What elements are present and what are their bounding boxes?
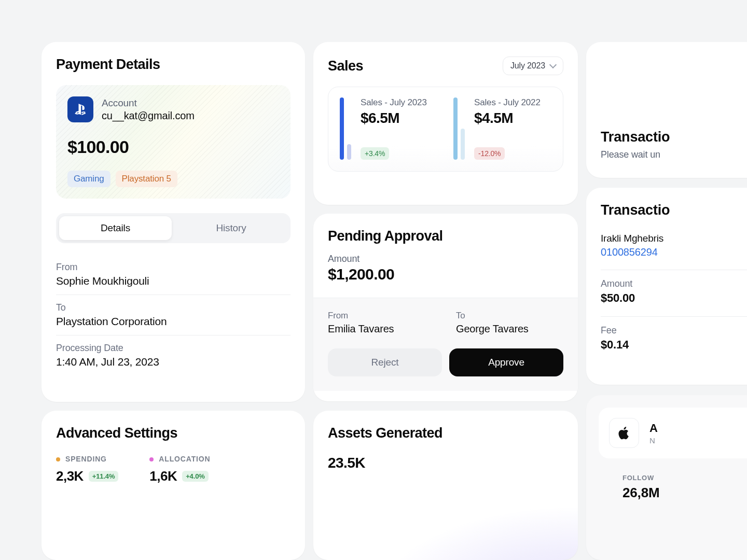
edge1-title: Transactio xyxy=(601,129,747,145)
from-value: Sophie Moukhigouli xyxy=(56,275,290,287)
delta-badge-up: +3.4% xyxy=(361,147,389,160)
amount-value: $50.00 xyxy=(601,291,747,305)
advanced-settings-card: Advanced Settings SPENDING 2,3K +11.4% A… xyxy=(42,411,305,560)
edge2-title: Transactio xyxy=(601,202,747,218)
sales-metric-2022: Sales - July 2022 $4.5M -12.0% xyxy=(453,97,551,160)
payment-amount: $100.00 xyxy=(67,137,279,157)
bar-chart-2022 xyxy=(453,97,465,160)
allocation-label: ALLOCATION xyxy=(159,455,210,463)
sales-title: Sales xyxy=(328,58,363,74)
metric-value: $6.5M xyxy=(361,110,427,127)
metric-label: Sales - July 2023 xyxy=(361,97,427,108)
spending-metric: SPENDING 2,3K +11.4% xyxy=(56,455,118,484)
pending-to-value: George Tavares xyxy=(456,323,563,335)
period-label: July 2023 xyxy=(510,61,545,71)
sales-metrics-box: Sales - July 2023 $6.5M +3.4% Sales - Ju… xyxy=(328,87,563,172)
tab-details[interactable]: Details xyxy=(59,216,172,240)
transaction-loading-card: Transactio Please wait un xyxy=(586,42,747,178)
sales-card: Sales July 2023 Sales - July 2023 $6.5M … xyxy=(313,42,578,205)
bar-primary xyxy=(453,97,458,160)
spending-label: SPENDING xyxy=(65,455,107,463)
processing-date-value: 1:40 AM, Jul 23, 2023 xyxy=(56,356,290,368)
dot-icon xyxy=(149,457,154,461)
allocation-delta: +4.0% xyxy=(182,471,208,482)
spending-value: 2,3K xyxy=(56,468,84,484)
account-label: Account xyxy=(102,97,195,109)
tag-gaming[interactable]: Gaming xyxy=(67,171,110,187)
assets-generated-card: Assets Generated 23.5K xyxy=(313,411,578,560)
to-value: Playstation Corporation xyxy=(56,315,290,328)
tag-playstation5[interactable]: Playstation 5 xyxy=(116,171,177,187)
approve-button[interactable]: Approve xyxy=(449,348,563,376)
pending-from-label: From xyxy=(328,311,435,321)
bar-chart-2023 xyxy=(340,97,351,160)
assets-title: Assets Generated xyxy=(328,425,563,441)
period-selector[interactable]: July 2023 xyxy=(503,57,563,75)
pending-from-value: Emilia Tavares xyxy=(328,323,435,335)
pending-amount: $1,200.00 xyxy=(328,265,563,283)
spending-delta: +11.4% xyxy=(89,471,119,482)
fee-label: Fee xyxy=(601,325,747,336)
amount-label: Amount xyxy=(601,278,747,289)
payment-detail-list: From Sophie Moukhigouli To Playstation C… xyxy=(56,255,290,375)
dot-icon xyxy=(56,457,60,461)
tab-history[interactable]: History xyxy=(175,216,287,240)
advanced-title: Advanced Settings xyxy=(56,425,290,441)
account-email: cu__kat@gmail.com xyxy=(102,110,195,122)
pending-to-label: To xyxy=(456,311,563,321)
payment-details-card: Payment Details Account cu__kat@gmail.co… xyxy=(42,42,305,402)
brand-initial: A xyxy=(649,422,658,435)
bar-primary xyxy=(340,97,344,160)
pending-approval-card: Pending Approval Amount $1,200.00 From E… xyxy=(313,214,578,401)
transaction-id-link[interactable]: 0100856294 xyxy=(601,246,747,258)
reject-button[interactable]: Reject xyxy=(328,348,442,376)
sales-metric-2023: Sales - July 2023 $6.5M +3.4% xyxy=(340,97,438,160)
apple-icon xyxy=(609,418,639,448)
metric-value: $4.5M xyxy=(474,110,541,127)
follow-value: 26,8M xyxy=(622,485,747,501)
brand-sub: N xyxy=(649,436,658,445)
transaction-detail-card: Transactio Irakli Mghebris 0100856294 Am… xyxy=(586,188,747,385)
follow-label: FOLLOW xyxy=(622,474,747,482)
bar-secondary xyxy=(461,129,465,160)
from-label: From xyxy=(56,262,290,273)
chevron-down-icon xyxy=(549,61,557,68)
pending-amount-label: Amount xyxy=(328,254,563,264)
to-label: To xyxy=(56,302,290,313)
allocation-value: 1,6K xyxy=(149,468,177,484)
bar-secondary xyxy=(347,144,351,160)
allocation-metric: ALLOCATION 1,6K +4.0% xyxy=(149,455,210,484)
pending-title: Pending Approval xyxy=(328,228,563,244)
payment-details-title: Payment Details xyxy=(56,57,290,73)
edge1-subtitle: Please wait un xyxy=(601,149,747,160)
metric-label: Sales - July 2022 xyxy=(474,97,541,108)
fee-value: $0.14 xyxy=(601,338,747,352)
playstation-icon xyxy=(67,96,93,122)
brand-follow-card: A N FOLLOW 26,8M xyxy=(586,395,747,560)
account-summary-box: Account cu__kat@gmail.com $100.00 Gaming… xyxy=(56,85,290,199)
payment-tabs: Details History xyxy=(56,213,290,243)
processing-date-label: Processing Date xyxy=(56,343,290,354)
delta-badge-down: -12.0% xyxy=(474,147,505,160)
payer-name: Irakli Mghebris xyxy=(601,233,747,244)
assets-value: 23.5K xyxy=(328,455,563,471)
